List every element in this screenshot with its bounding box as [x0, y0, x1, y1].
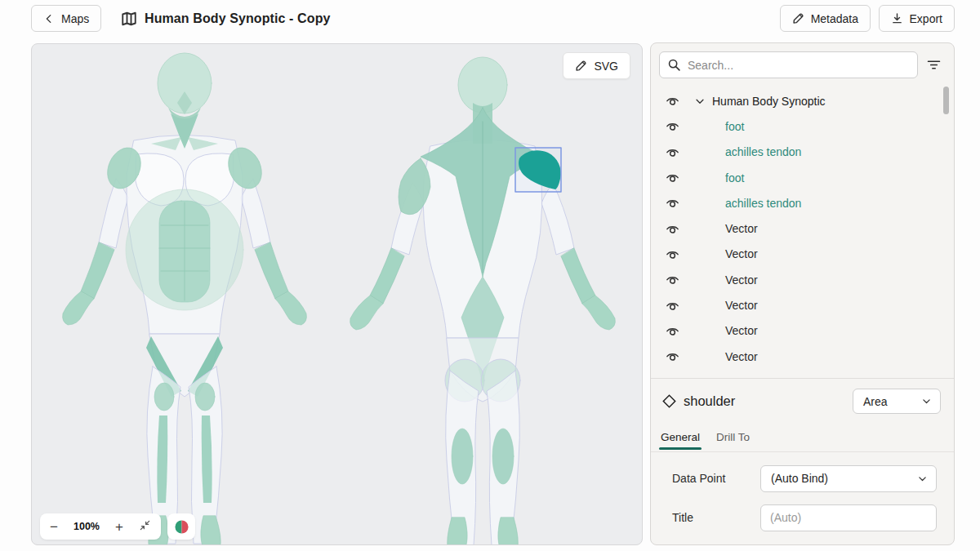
app-window: Maps Human Body Synoptic - Copy Metadata…	[0, 0, 980, 551]
chevron-left-icon	[43, 13, 55, 24]
chevron-down-icon[interactable]	[691, 96, 709, 107]
detail-tabs: General Drill To	[659, 428, 751, 450]
diamond-icon	[662, 394, 676, 408]
chevron-down-icon	[921, 396, 932, 407]
tree-row[interactable]: achilles tendon	[651, 190, 954, 216]
zoom-out-button[interactable]: −	[50, 520, 58, 534]
tree-row[interactable]: Vector	[651, 216, 954, 241]
page-title: Human Body Synoptic - Copy	[145, 11, 331, 26]
filter-button[interactable]	[921, 53, 946, 78]
data-point-field-row: Data Point (Auto Bind)	[651, 472, 954, 485]
data-point-value: (Auto Bind)	[771, 472, 828, 485]
search-row	[659, 51, 946, 78]
zoom-toolbar: − 100% +	[40, 513, 161, 540]
pencil-icon	[575, 60, 587, 72]
color-mode-toggle-button[interactable]	[167, 513, 195, 540]
visibility-eye-icon[interactable]	[665, 171, 679, 185]
tree-row-label: achilles tendon	[725, 197, 801, 210]
back-button-label: Maps	[61, 12, 89, 25]
visibility-eye-icon[interactable]	[665, 349, 679, 364]
tree-scrollbar-thumb[interactable]	[943, 87, 949, 114]
visibility-eye-icon[interactable]	[665, 273, 679, 287]
selection-box	[515, 148, 561, 192]
metadata-button-label: Metadata	[811, 12, 858, 25]
tree-row-label: Vector	[725, 350, 758, 363]
tree-row[interactable]: Vector	[651, 318, 954, 344]
tree-row-label: Vector	[725, 247, 758, 260]
shape-detail-header: shoulder	[662, 393, 735, 409]
chevron-down-icon	[917, 473, 928, 484]
tree-row[interactable]: foot	[651, 165, 954, 190]
metadata-button[interactable]: Metadata	[780, 5, 871, 32]
export-button[interactable]: Export	[879, 5, 955, 32]
visibility-eye-icon[interactable]	[665, 221, 679, 236]
front-figure-graphic	[63, 53, 307, 545]
shape-type-select[interactable]: Area	[853, 389, 941, 414]
title-field-row: Title	[651, 511, 954, 524]
back-figure-graphic	[350, 57, 616, 545]
tab-drill-to[interactable]: Drill To	[715, 428, 751, 450]
visibility-eye-icon[interactable]	[665, 94, 679, 109]
tree-row-label: foot	[725, 171, 744, 184]
map-canvas[interactable]: SVG − 100% +	[31, 43, 643, 545]
data-point-select[interactable]: (Auto Bind)	[760, 465, 937, 492]
tree-row[interactable]: achilles tendon	[651, 140, 954, 165]
visibility-eye-icon[interactable]	[665, 196, 679, 211]
tree-row-label: achilles tendon	[725, 145, 801, 158]
svg-button-label: SVG	[594, 60, 618, 73]
detail-fields: Data Point (Auto Bind) Title	[651, 451, 954, 452]
tree-row[interactable]: Vector	[651, 369, 954, 378]
shape-name: shoulder	[684, 393, 735, 409]
fit-to-screen-button[interactable]	[139, 519, 151, 534]
visibility-eye-icon[interactable]	[665, 144, 679, 159]
filter-icon	[927, 58, 941, 72]
zoom-level-value: 100%	[74, 521, 100, 532]
title-input[interactable]	[760, 504, 937, 531]
visibility-eye-icon[interactable]	[665, 298, 679, 313]
tree-row-label: Vector	[725, 324, 758, 337]
map-icon	[121, 11, 137, 27]
title-label: Title	[672, 511, 751, 524]
color-mode-icon	[174, 519, 189, 535]
search-input[interactable]	[659, 51, 918, 78]
layers-panel: Human Body Synoptic foot achilles tendon	[650, 42, 955, 545]
tree-row[interactable]: Vector	[651, 344, 954, 369]
back-to-maps-button[interactable]: Maps	[31, 5, 101, 32]
tree-row[interactable]: Vector	[651, 292, 954, 318]
tree-row-label: Vector	[725, 299, 758, 312]
tree-row[interactable]: Human Body Synoptic	[651, 88, 954, 113]
document-title-group: Human Body Synoptic - Copy	[121, 5, 331, 32]
shape-type-value: Area	[863, 395, 888, 408]
tree-row[interactable]: Vector	[651, 267, 954, 292]
zoom-in-button[interactable]: +	[115, 520, 123, 534]
visibility-eye-icon[interactable]	[665, 247, 679, 261]
visibility-eye-icon[interactable]	[665, 323, 679, 338]
layer-tree: Human Body Synoptic foot achilles tendon	[651, 88, 954, 378]
shape-detail-section: shoulder Area General Drill To Data Poin…	[651, 378, 954, 544]
top-toolbar: Maps Human Body Synoptic - Copy Metadata…	[0, 0, 980, 38]
tree-row-label: Human Body Synoptic	[712, 95, 826, 108]
edit-svg-button[interactable]: SVG	[563, 52, 630, 79]
visibility-eye-icon[interactable]	[665, 119, 679, 134]
tree-row-label: foot	[725, 120, 744, 133]
human-body-illustration	[32, 44, 643, 545]
pencil-icon	[792, 12, 804, 24]
compress-arrows-icon	[139, 519, 151, 531]
tree-row-label: Vector	[725, 273, 758, 287]
export-button-label: Export	[910, 12, 942, 25]
search-box	[659, 51, 918, 78]
tree-row[interactable]: Vector	[651, 242, 954, 267]
search-icon	[667, 58, 681, 72]
download-icon	[891, 12, 903, 24]
tree-row[interactable]: foot	[651, 113, 954, 139]
tab-general[interactable]: General	[659, 428, 702, 450]
tree-row-label: Vector	[725, 222, 758, 235]
data-point-label: Data Point	[672, 472, 751, 485]
